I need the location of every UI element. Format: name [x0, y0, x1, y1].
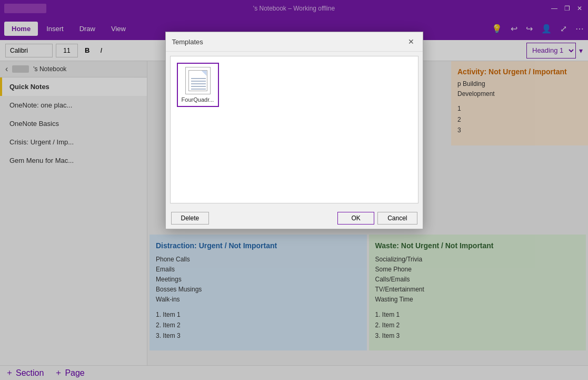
cancel-button[interactable]: Cancel	[377, 212, 417, 225]
dialog-title: Templates	[172, 38, 203, 46]
modal-overlay: Templates ✕	[0, 0, 588, 380]
template-icon-lines	[191, 78, 206, 90]
template-icon-line	[191, 83, 206, 84]
template-icon-line	[191, 89, 206, 90]
dialog-titlebar: Templates ✕	[166, 32, 423, 52]
template-icon-line	[191, 86, 206, 87]
template-icon	[185, 67, 211, 94]
dialog-body: FourQuadr...	[170, 56, 418, 203]
template-name: FourQuadr...	[182, 96, 214, 103]
template-item-fourquadr[interactable]: FourQuadr...	[177, 63, 219, 107]
templates-dialog: Templates ✕	[165, 32, 423, 229]
dialog-footer: Delete OK Cancel	[166, 208, 423, 229]
ok-button[interactable]: OK	[337, 212, 374, 225]
dialog-close-button[interactable]: ✕	[406, 36, 416, 47]
template-icon-line	[191, 78, 206, 79]
template-icon-inner	[188, 70, 207, 91]
template-icon-fold	[202, 71, 207, 76]
delete-button[interactable]: Delete	[171, 212, 210, 225]
template-icon-line	[191, 81, 206, 82]
